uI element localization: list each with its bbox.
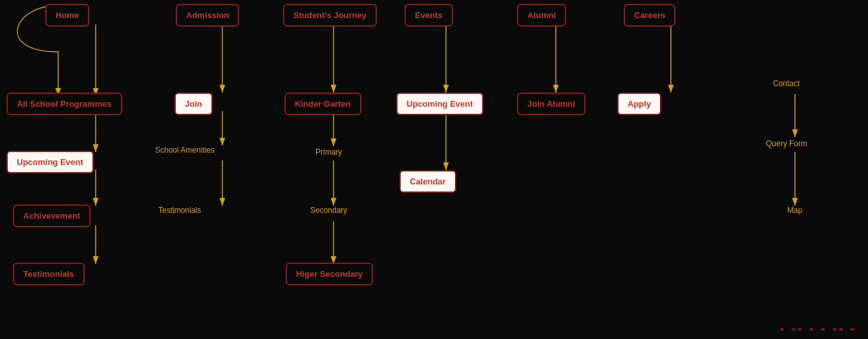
map-label: Map [787,206,802,215]
primary-label: Primary [315,148,342,157]
connections-svg [0,0,868,339]
upcoming-event-home-label: Upcoming Event [17,157,83,167]
kinder-garten-box[interactable]: Kinder Garten [284,93,361,115]
contact-label: Contact [773,79,799,88]
admission-label: Admission [186,10,229,20]
all-school-programmes-label: All School Programmes [17,99,112,109]
school-amenities-node[interactable]: School Amenities [155,146,215,155]
higher-secondary-label: Higer Secondary [296,269,363,279]
calendar-node[interactable]: Calendar [399,170,456,193]
testimonials-adm-node[interactable]: Testimonials [158,206,201,215]
join-box[interactable]: Join [175,93,213,115]
nav-arrow-1[interactable]: ◄ [778,325,785,333]
secondary-node[interactable]: Secondary [310,206,347,215]
bottom-nav: ◄ ◄◄ ◄ ◄ ◄◄ ◄ [778,325,855,333]
nav-arrow-5[interactable]: ◄◄ [831,325,843,333]
testimonials-home-box[interactable]: Testimonials [13,263,85,285]
alumni-box[interactable]: Alumni [517,4,566,27]
kinder-garten-label: Kinder Garten [295,99,351,109]
higher-secondary-box[interactable]: Higer Secondary [286,263,373,285]
alumni-label: Alumni [527,10,556,20]
calendar-label: Calendar [410,177,446,186]
events-label: Events [415,10,443,20]
upcoming-event-events-node[interactable]: Upcoming Event [396,93,483,115]
query-form-label: Query Form [766,139,807,148]
alumni-node[interactable]: Alumni [517,4,566,27]
nav-arrow-3[interactable]: ◄ [807,325,814,333]
calendar-box[interactable]: Calendar [399,170,456,193]
achievement-box[interactable]: Achivevement [13,204,90,227]
join-alumni-box[interactable]: Join Alumni [517,93,586,115]
apply-box[interactable]: Apply [617,93,661,115]
map-node[interactable]: Map [787,206,802,215]
apply-label: Apply [628,99,651,109]
school-amenities-label: School Amenities [155,146,215,155]
nav-arrow-6[interactable]: ◄ [849,325,855,333]
students-journey-label: Student's Journey [293,10,366,20]
diagram-container: Home Admission Student's Journey Events … [0,0,868,339]
home-label: Home [56,10,79,20]
all-school-programmes-node[interactable]: All School Programmes [6,93,122,115]
secondary-label: Secondary [310,206,347,215]
upcoming-event-events-label: Upcoming Event [407,99,473,109]
nav-arrow-2[interactable]: ◄◄ [790,325,803,333]
students-journey-node[interactable]: Student's Journey [283,4,377,27]
testimonials-adm-label: Testimonials [158,206,201,215]
join-label: Join [185,99,202,109]
students-journey-box[interactable]: Student's Journey [283,4,377,27]
careers-label: Careers [634,10,665,20]
careers-node[interactable]: Careers [624,4,675,27]
primary-node[interactable]: Primary [315,148,342,157]
home-node[interactable]: Home [45,4,89,27]
testimonials-home-node[interactable]: Testimonials [13,263,85,285]
upcoming-event-events-box[interactable]: Upcoming Event [396,93,483,115]
admission-node[interactable]: Admission [176,4,239,27]
contact-node[interactable]: Contact [773,79,799,88]
careers-box[interactable]: Careers [624,4,675,27]
kinder-garten-node[interactable]: Kinder Garten [284,93,361,115]
query-form-node[interactable]: Query Form [766,139,807,148]
upcoming-event-home-box[interactable]: Upcoming Event [6,151,94,173]
join-alumni-node[interactable]: Join Alumni [517,93,586,115]
achievement-node[interactable]: Achivevement [13,204,90,227]
achievement-label: Achivevement [23,211,80,221]
higher-secondary-node[interactable]: Higer Secondary [286,263,373,285]
nav-arrow-4[interactable]: ◄ [819,325,825,333]
apply-node[interactable]: Apply [617,93,661,115]
upcoming-event-home-node[interactable]: Upcoming Event [6,151,94,173]
home-box[interactable]: Home [45,4,89,27]
events-box[interactable]: Events [405,4,453,27]
join-node[interactable]: Join [175,93,213,115]
events-node[interactable]: Events [405,4,453,27]
testimonials-home-label: Testimonials [23,269,74,279]
all-school-programmes-box[interactable]: All School Programmes [6,93,122,115]
join-alumni-label: Join Alumni [527,99,575,109]
admission-box[interactable]: Admission [176,4,239,27]
